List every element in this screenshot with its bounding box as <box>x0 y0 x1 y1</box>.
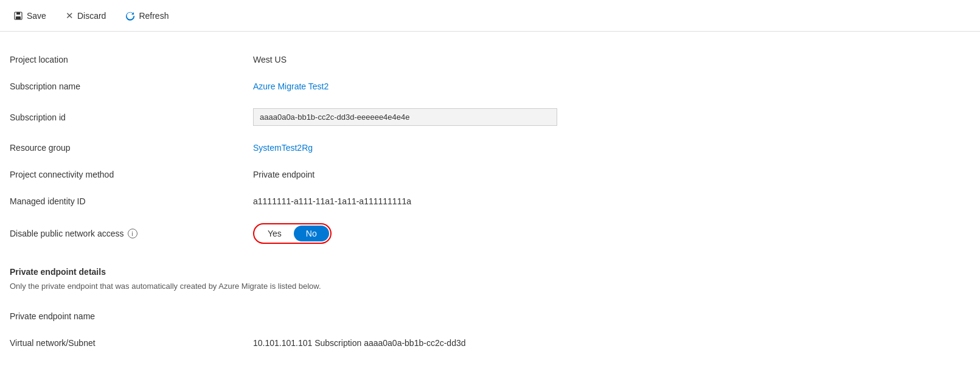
project-location-label: Project location <box>10 46 253 73</box>
toggle-group: Yes No <box>253 223 332 244</box>
virtual-network-value: 10.101.101.101 Subscription aaaa0a0a-bb1… <box>253 330 970 356</box>
svg-rect-2 <box>16 16 21 19</box>
private-endpoint-name-value <box>253 303 970 330</box>
disable-public-label: Disable public network access i <box>10 215 253 252</box>
save-icon <box>13 11 23 21</box>
private-endpoint-desc: Only the private endpoint that was autom… <box>10 282 970 291</box>
managed-identity-value: a1111111-a111-11a1-1a11-a111111111a <box>253 188 970 215</box>
main-content: Project location West US Subscription na… <box>0 32 980 371</box>
private-endpoint-title: Private endpoint details <box>10 267 253 277</box>
discard-button[interactable]: ✕ Discard <box>62 8 109 24</box>
refresh-button[interactable]: Refresh <box>122 9 172 23</box>
resource-group-value[interactable]: SystemTest2Rg <box>253 134 970 161</box>
private-endpoint-desc-row: Only the private endpoint that was autom… <box>10 282 970 303</box>
private-endpoint-name-label: Private endpoint name <box>10 303 253 330</box>
subscription-name-label: Subscription name <box>10 73 253 100</box>
subscription-id-label: Subscription id <box>10 100 253 134</box>
save-button[interactable]: Save <box>10 9 50 23</box>
project-location-value: West US <box>253 46 970 73</box>
svg-rect-1 <box>16 12 20 15</box>
properties-grid: Project location West US Subscription na… <box>10 46 970 356</box>
save-label: Save <box>27 11 46 21</box>
managed-identity-label: Managed identity ID <box>10 188 253 215</box>
discard-label: Discard <box>77 11 106 21</box>
discard-icon: ✕ <box>66 10 74 21</box>
info-icon[interactable]: i <box>128 229 137 238</box>
refresh-label: Refresh <box>139 11 169 21</box>
resource-group-label: Resource group <box>10 134 253 161</box>
subscription-name-value[interactable]: Azure Migrate Test2 <box>253 73 970 100</box>
subscription-id-value: aaaa0a0a-bb1b-cc2c-dd3d-eeeeee4e4e4e <box>253 100 970 134</box>
connectivity-method-value: Private endpoint <box>253 161 970 188</box>
virtual-network-label: Virtual network/Subnet <box>10 330 253 356</box>
refresh-icon <box>125 11 135 21</box>
connectivity-method-label: Project connectivity method <box>10 161 253 188</box>
private-endpoint-section: Private endpoint details <box>10 252 253 282</box>
private-endpoint-section-spacer <box>253 252 970 282</box>
toggle-no-button[interactable]: No <box>294 226 329 241</box>
subscription-id-box: aaaa0a0a-bb1b-cc2c-dd3d-eeeeee4e4e4e <box>253 108 557 126</box>
toggle-yes-button[interactable]: Yes <box>255 226 294 241</box>
toolbar: Save ✕ Discard Refresh <box>0 0 980 32</box>
disable-public-toggle: Yes No <box>253 215 970 252</box>
